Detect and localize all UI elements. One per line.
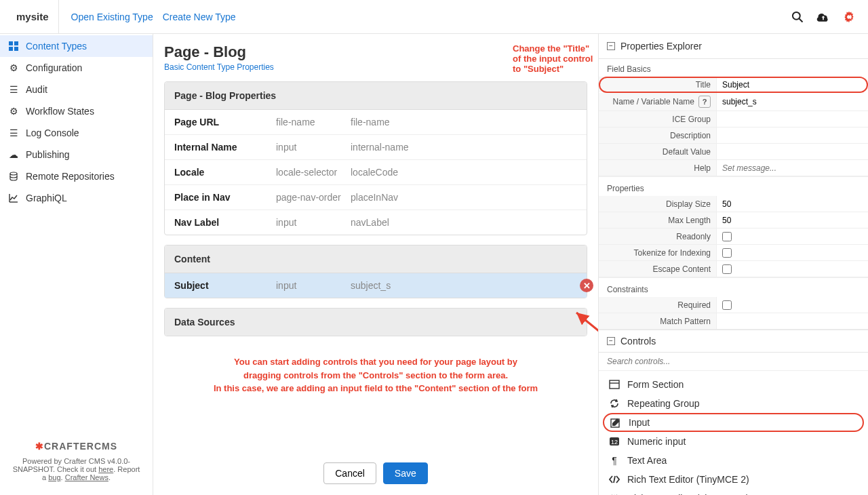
prop-match-pattern: Match Pattern: [599, 313, 868, 330]
sidebar-item-graphiql[interactable]: GraphiQL: [0, 187, 153, 209]
svg-point-7: [10, 172, 17, 175]
paragraph-icon: ¶: [608, 454, 620, 467]
site-name: mysite: [7, 0, 59, 33]
controls-section-header[interactable]: −Controls: [599, 330, 868, 353]
svg-point-0: [793, 12, 800, 19]
title-input[interactable]: [722, 80, 863, 90]
properties-panel: Page - Blog Properties Page URLfile-name…: [164, 81, 587, 235]
footer-news-link[interactable]: Crafter News: [65, 473, 108, 481]
svg-rect-6: [14, 47, 18, 51]
open-existing-type-link[interactable]: Open Existing Type: [68, 9, 156, 25]
svg-text:12: 12: [611, 439, 618, 446]
description-input[interactable]: [722, 131, 863, 140]
sidebar-item-remote-repositories[interactable]: Remote Repositories: [0, 165, 153, 187]
numeric-icon: 12: [608, 435, 620, 448]
crafter-gear-icon[interactable]: [842, 10, 856, 24]
variable-name-input[interactable]: [722, 97, 863, 106]
ice-group-input[interactable]: [722, 115, 863, 124]
data-sources-panel: Data Sources: [164, 308, 587, 336]
match-pattern-input[interactable]: [722, 317, 863, 326]
sidebar-item-publishing[interactable]: ☁Publishing: [0, 144, 153, 165]
list-icon: ☰: [8, 127, 19, 138]
prop-display-size: Display Size: [599, 196, 868, 212]
field-row[interactable]: Nav LabelinputnavLabel: [165, 210, 587, 235]
prop-help: Help: [599, 160, 868, 176]
control-numeric-input[interactable]: 12Numeric input: [603, 432, 864, 451]
properties-explorer: −Properties Explorer Field Basics Title …: [598, 34, 868, 495]
prop-ice-group: ICE Group: [599, 111, 868, 127]
control-form-section[interactable]: Form Section: [603, 375, 864, 394]
escape-checkbox[interactable]: [722, 264, 732, 274]
readonly-checkbox[interactable]: [722, 232, 732, 241]
field-row[interactable]: Localelocale-selectorlocaleCode: [165, 160, 587, 185]
annotation-title-change: Change the "Title" of the input control …: [513, 43, 598, 74]
prop-escape-content: Escape Content: [599, 261, 868, 277]
field-row[interactable]: Place in Navpage-nav-orderplaceInNav: [165, 185, 587, 210]
prop-readonly: Readonly: [599, 229, 868, 245]
footer-here-link[interactable]: here: [98, 465, 113, 473]
sidebar-item-log-console[interactable]: ☰Log Console: [0, 122, 153, 144]
prop-tokenize: Tokenize for Indexing: [599, 245, 868, 261]
sidebar-item-audit[interactable]: ☰Audit: [0, 79, 153, 100]
annotation-instructions: You can start adding controls that you n…: [164, 355, 587, 395]
default-value-input[interactable]: [722, 147, 863, 157]
code-icon: [608, 473, 620, 486]
control-rte-tinymce2[interactable]: Rich Text Editor (TinyMCE 2): [603, 470, 864, 489]
constraints-group-label: Constraints: [599, 277, 868, 297]
repeat-icon: [608, 397, 620, 410]
field-row[interactable]: Page URLfile-namefile-name: [165, 110, 587, 135]
sidebar: Content Types ⚙Configuration ☰Audit ⚙Wor…: [0, 34, 153, 495]
collapse-icon: −: [607, 42, 615, 50]
svg-rect-8: [610, 380, 619, 389]
properties-group-label: Properties: [599, 176, 868, 196]
top-bar: mysite Open Existing Type Create New Typ…: [0, 0, 868, 34]
sidebar-footer: ✱CRAFTERCMS Powered by Crafter CMS v4.0.…: [0, 433, 153, 495]
sidebar-item-content-types[interactable]: Content Types: [0, 35, 153, 57]
footer-bug-link[interactable]: bug: [48, 473, 60, 481]
svg-line-13: [614, 476, 615, 483]
help-icon[interactable]: ?: [698, 96, 711, 108]
field-row[interactable]: Internal Nameinputinternal-name: [165, 135, 587, 160]
prop-default-value: Default Value: [599, 144, 868, 160]
sidebar-item-configuration[interactable]: ⚙Configuration: [0, 57, 153, 79]
sidebar-item-workflow-states[interactable]: ⚙Workflow States: [0, 100, 153, 122]
display-size-input[interactable]: [722, 199, 863, 209]
collapse-icon: −: [607, 337, 615, 345]
tokenize-checkbox[interactable]: [722, 248, 732, 258]
pencil-square-icon: [610, 416, 622, 429]
delete-field-icon[interactable]: ✕: [580, 279, 593, 292]
control-text-area[interactable]: ¶Text Area: [603, 451, 864, 470]
control-rte-tinymce5[interactable]: Rich Text Editor (TinyMCE 5): [603, 489, 864, 495]
control-repeating-group[interactable]: Repeating Group: [603, 394, 864, 413]
crafter-logo: ✱CRAFTERCMS: [11, 441, 142, 452]
help-input[interactable]: [722, 163, 863, 173]
prop-max-length: Max Length: [599, 212, 868, 229]
form-section-icon: [608, 378, 620, 391]
control-input[interactable]: Input: [603, 413, 864, 432]
required-checkbox[interactable]: [722, 300, 732, 310]
content-panel: Content Subject input subject_s ✕: [164, 245, 587, 298]
sidebar-item-label: Content Types: [26, 41, 87, 52]
properties-panel-header: Page - Blog Properties: [165, 82, 587, 110]
prop-title: Title: [599, 77, 868, 93]
search-icon[interactable]: [791, 10, 804, 24]
properties-explorer-header[interactable]: −Properties Explorer: [599, 34, 868, 59]
top-links: Open Existing Type Create New Type: [59, 9, 239, 25]
database-icon: [8, 172, 19, 181]
save-button[interactable]: Save: [383, 462, 428, 484]
list-icon: ☰: [8, 84, 19, 95]
max-length-input[interactable]: [722, 216, 863, 225]
grid-icon: [8, 41, 19, 51]
chart-icon: [8, 193, 19, 203]
cloud-upload-icon[interactable]: [816, 10, 830, 24]
prop-description: Description: [599, 127, 868, 144]
cancel-button[interactable]: Cancel: [323, 462, 376, 484]
prop-required: Required: [599, 297, 868, 313]
create-new-type-link[interactable]: Create New Type: [160, 9, 239, 25]
content-panel-header: Content: [165, 245, 587, 273]
prop-variable-name: Name / Variable Name?: [599, 93, 868, 111]
svg-rect-3: [9, 41, 13, 45]
field-row-subject[interactable]: Subject input subject_s ✕: [165, 273, 587, 298]
gear-icon: ⚙: [8, 62, 19, 73]
search-controls-input[interactable]: [599, 353, 868, 371]
